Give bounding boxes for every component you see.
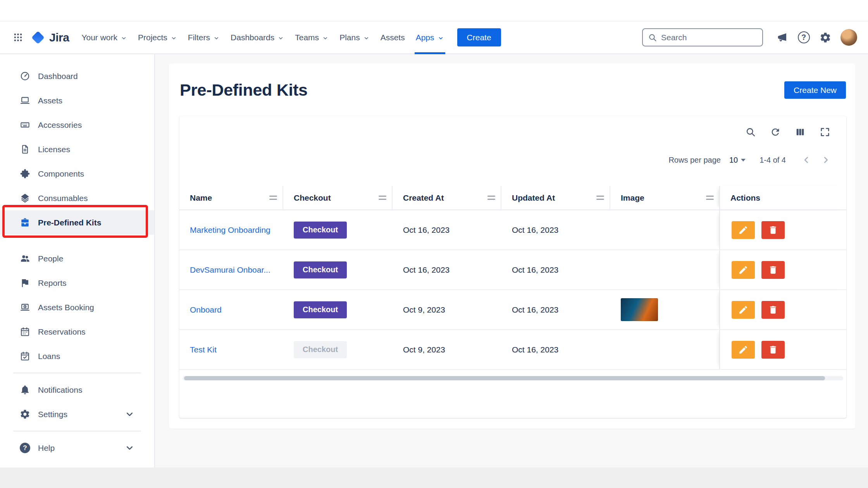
sidebar-item-accessories[interactable]: Accessories xyxy=(0,113,154,137)
created-at-value: Oct 9, 2023 xyxy=(403,305,445,314)
search-icon xyxy=(745,127,756,137)
kit-name-link[interactable]: Marketing Onboarding xyxy=(190,225,270,235)
nav-item-teams[interactable]: Teams xyxy=(289,21,334,53)
question-icon: ? xyxy=(798,31,810,43)
column-header-created-at: Created At xyxy=(393,186,501,210)
nav-item-filters[interactable]: Filters xyxy=(183,21,225,53)
top-navigation-bar: Jira Your work Projects Filters Dashboar… xyxy=(0,21,868,54)
gear-icon xyxy=(20,409,30,419)
primary-nav: Your work Projects Filters Dashboards Te… xyxy=(76,21,449,53)
scrollbar-thumb[interactable] xyxy=(184,376,825,380)
edit-button[interactable] xyxy=(732,341,755,359)
kits-table: Name Checkout Created At Updated At Imag… xyxy=(179,186,846,370)
kit-name-link[interactable]: Onboard xyxy=(190,305,222,314)
create-button[interactable]: Create xyxy=(457,28,501,46)
column-resize-handle[interactable] xyxy=(379,196,386,200)
nav-item-plans[interactable]: Plans xyxy=(334,21,375,53)
content-card: Pre-Defined Kits Create New Rows per pag… xyxy=(169,64,855,429)
delete-button[interactable] xyxy=(761,301,785,319)
user-avatar[interactable] xyxy=(840,29,857,46)
sidebar-item-dashboard[interactable]: Dashboard xyxy=(0,64,154,88)
checkout-button[interactable]: Checkout xyxy=(294,261,347,278)
column-header-image: Image xyxy=(610,186,719,210)
horizontal-scrollbar[interactable] xyxy=(183,376,843,380)
jira-logo[interactable]: Jira xyxy=(30,30,69,45)
sidebar-item-pre-defined-kits[interactable]: Pre-Defined Kits xyxy=(0,210,154,235)
create-new-button[interactable]: Create New xyxy=(784,81,846,99)
kit-name-link[interactable]: Test Kit xyxy=(190,345,217,354)
delete-button[interactable] xyxy=(761,341,785,359)
edit-button[interactable] xyxy=(732,261,755,279)
pencil-icon xyxy=(738,345,748,355)
bell-icon xyxy=(20,385,30,395)
announcements-button[interactable] xyxy=(772,28,792,47)
updated-at-value: Oct 16, 2023 xyxy=(512,345,558,354)
nav-item-apps[interactable]: Apps xyxy=(410,21,450,53)
rows-per-page-label: Rows per page xyxy=(668,156,721,165)
table-search-button[interactable] xyxy=(745,126,756,138)
kit-image-thumbnail xyxy=(621,298,658,321)
table-columns-button[interactable] xyxy=(794,126,806,138)
delete-button[interactable] xyxy=(761,261,785,279)
table-header-row: Name Checkout Created At Updated At Imag… xyxy=(179,186,846,210)
app-switcher-button[interactable] xyxy=(9,21,27,53)
nav-item-assets[interactable]: Assets xyxy=(375,21,410,53)
chevron-down-icon xyxy=(437,35,444,41)
column-header-actions: Actions xyxy=(719,186,846,210)
nav-item-projects[interactable]: Projects xyxy=(133,21,183,53)
column-resize-handle[interactable] xyxy=(596,196,604,200)
edit-button[interactable] xyxy=(732,221,755,239)
bottom-strip xyxy=(0,467,868,488)
column-resize-handle[interactable] xyxy=(706,196,714,200)
nav-item-your-work[interactable]: Your work xyxy=(76,21,133,53)
edit-button[interactable] xyxy=(732,301,755,319)
sidebar: Dashboard Assets Accessories Licenses Co… xyxy=(0,54,155,467)
search-input[interactable] xyxy=(661,33,757,42)
kit-name-link[interactable]: DevSamurai Onboar... xyxy=(190,265,270,275)
columns-icon xyxy=(795,127,806,137)
refresh-icon xyxy=(770,127,781,137)
chevron-right-icon xyxy=(821,155,831,165)
checkout-button[interactable]: Checkout xyxy=(294,222,347,239)
calendar-icon xyxy=(20,326,30,337)
keyboard-icon xyxy=(20,120,30,130)
settings-button[interactable] xyxy=(816,28,835,47)
global-search[interactable] xyxy=(642,28,763,46)
sidebar-item-loans[interactable]: Loans xyxy=(0,344,154,368)
sidebar-item-reports[interactable]: Reports xyxy=(0,271,154,295)
delete-button[interactable] xyxy=(761,221,785,239)
sidebar-item-settings[interactable]: Settings xyxy=(0,402,154,426)
pagination-range: 1-4 of 4 xyxy=(760,156,786,165)
sidebar-item-licenses[interactable]: Licenses xyxy=(0,137,154,162)
sidebar-item-assets-booking[interactable]: Assets Booking xyxy=(0,295,154,320)
sidebar-divider xyxy=(13,373,141,373)
jira-logo-text: Jira xyxy=(49,31,69,44)
gear-icon xyxy=(820,32,831,43)
column-resize-handle[interactable] xyxy=(487,196,495,200)
table-refresh-button[interactable] xyxy=(770,126,781,138)
sidebar-item-people[interactable]: People xyxy=(0,246,154,271)
table-fullscreen-button[interactable] xyxy=(819,126,831,138)
sidebar-item-assets[interactable]: Assets xyxy=(0,88,154,113)
table-row: Marketing Onboarding Checkout Oct 16, 20… xyxy=(179,210,846,250)
app-grid-icon xyxy=(13,32,23,43)
sidebar-item-components[interactable]: Components xyxy=(0,162,154,186)
sidebar-item-help[interactable]: ?Help xyxy=(0,436,154,460)
previous-page-button[interactable] xyxy=(800,153,813,167)
document-icon xyxy=(20,144,30,155)
help-button[interactable]: ? xyxy=(794,28,813,47)
jira-logo-icon xyxy=(30,30,46,45)
main-content: Pre-Defined Kits Create New Rows per pag… xyxy=(155,54,868,467)
chevron-down-icon xyxy=(121,35,127,41)
table-toolbar xyxy=(179,116,846,138)
checkout-button[interactable]: Checkout xyxy=(294,301,347,318)
sidebar-item-notifications[interactable]: Notifications xyxy=(0,378,154,402)
nav-item-dashboards[interactable]: Dashboards xyxy=(225,21,289,53)
sidebar-item-consumables[interactable]: Consumables xyxy=(0,186,154,210)
caret-down-icon xyxy=(741,159,746,162)
rows-per-page-select[interactable]: 10 xyxy=(729,156,746,165)
next-page-button[interactable] xyxy=(819,153,832,167)
sidebar-item-reservations[interactable]: Reservations xyxy=(0,320,154,344)
chevron-down-icon xyxy=(322,35,329,41)
column-resize-handle[interactable] xyxy=(269,196,277,200)
